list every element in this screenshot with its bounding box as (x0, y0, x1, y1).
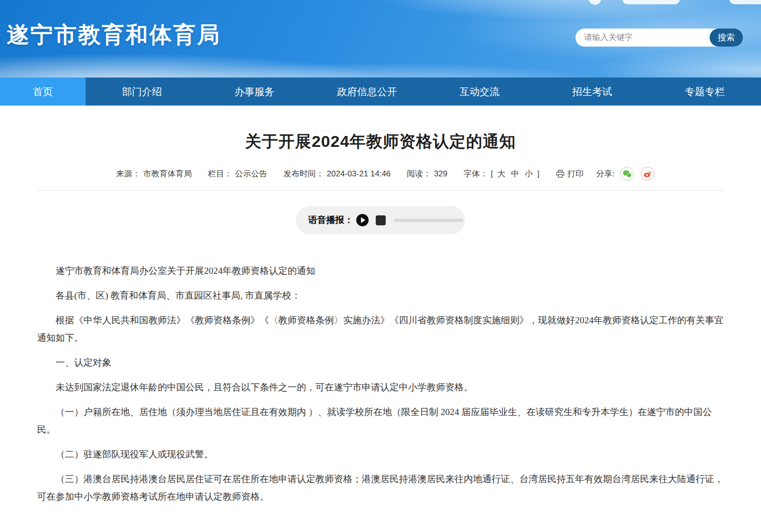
top-cut-pill-button-2[interactable] (729, 0, 761, 4)
meta-column-label: 栏目： (208, 168, 232, 179)
print-label: 打印 (567, 168, 584, 179)
audio-player-label: 语音播报： (308, 214, 353, 226)
audio-player: 语音播报： (296, 206, 465, 234)
share-wechat-button[interactable] (620, 167, 634, 181)
meta-source-label: 来源： (116, 168, 140, 179)
article-meta: 来源： 市教育体育局 栏目： 公示公告 发布时间： 2024-03-21 14:… (0, 167, 761, 181)
meta-font-label: 字体： (464, 168, 488, 179)
article-page: 关于开展2024年教师资格认定的通知 来源： 市教育体育局 栏目： 公示公告 发… (0, 131, 761, 506)
meta-views-value: 329 (434, 169, 447, 179)
nav-item-home[interactable]: 首页 (0, 77, 86, 106)
nav-item-departments[interactable]: 部门介绍 (86, 77, 198, 106)
paragraph: 未达到国家法定退休年龄的中国公民，且符合以下条件之一的，可在遂宁市申请认定中小学… (37, 378, 724, 396)
meta-publish-label: 发布时间： (283, 168, 324, 179)
paragraph: （一）户籍所在地、居住地（须办理当地居住证且在有效期内 ）、就读学校所在地（限全… (37, 403, 724, 438)
wechat-icon (623, 170, 632, 178)
meta-views-label: 阅读： (407, 168, 431, 179)
paragraph: 根据《中华人民共和国教师法》《教师资格条例》《〈教师资格条例〉实施办法》《四川省… (37, 311, 724, 347)
nav-item-enrollment-exams[interactable]: 招生考试 (536, 77, 649, 106)
nav-item-special-topics[interactable]: 专题专栏 (648, 77, 761, 106)
nav-item-interaction[interactable]: 互动交流 (423, 77, 536, 106)
font-size-medium-button[interactable]: 中 (511, 168, 519, 179)
play-button[interactable] (356, 214, 369, 226)
font-bracket-right: ] (537, 169, 539, 179)
meta-source-value: 市教育体育局 (143, 168, 192, 179)
nav-item-services[interactable]: 办事服务 (198, 77, 311, 106)
paragraph: 各县(市、区) 教育和体育局、市直园区社事局, 市直属学校： (37, 287, 724, 304)
paragraph: 遂宁市教育和体育局办公室关于开展2024年教师资格认定的通知 (37, 262, 724, 280)
stop-button[interactable] (376, 215, 386, 225)
printer-icon (556, 169, 565, 178)
search-bar: 搜索 (576, 29, 743, 47)
top-cut-pill-button-1[interactable] (622, 0, 680, 4)
site-header: 遂宁市教育和体育局 搜索 (0, 0, 761, 77)
paragraph: （三）港澳台居民持港澳台居民居住证可在居住所在地申请认定教师资格；港澳居民持港澳… (37, 470, 724, 505)
meta-publish-value: 2024-03-21 14:46 (327, 169, 390, 179)
search-button[interactable]: 搜索 (710, 29, 743, 47)
site-title: 遂宁市教育和体育局 (7, 20, 221, 50)
weibo-icon (643, 170, 652, 178)
nav-item-gov-info[interactable]: 政府信息公开 (311, 77, 423, 106)
top-cut-round-button[interactable] (589, 0, 601, 5)
paragraph: （二）驻遂部队现役军人或现役武警。 (37, 445, 724, 463)
meta-divider (37, 190, 724, 191)
print-button[interactable]: 打印 (556, 168, 584, 179)
share-weibo-button[interactable] (641, 167, 654, 181)
font-bracket-left: [ (491, 169, 493, 179)
share-label: 分享: (596, 168, 615, 179)
meta-column-value: 公示公告 (235, 168, 267, 179)
article-body: 遂宁市教育和体育局办公室关于开展2024年教师资格认定的通知 各县(市、区) 教… (37, 262, 724, 506)
font-size-large-button[interactable]: 大 (497, 168, 505, 179)
font-size-small-button[interactable]: 小 (525, 168, 533, 179)
main-nav: 首页 部门介绍 办事服务 政府信息公开 互动交流 招生考试 专题专栏 (0, 77, 761, 106)
audio-progress-bar[interactable] (394, 219, 463, 222)
article-title: 关于开展2024年教师资格认定的通知 (0, 131, 761, 153)
section-heading: 一、认定对象 (37, 354, 724, 371)
